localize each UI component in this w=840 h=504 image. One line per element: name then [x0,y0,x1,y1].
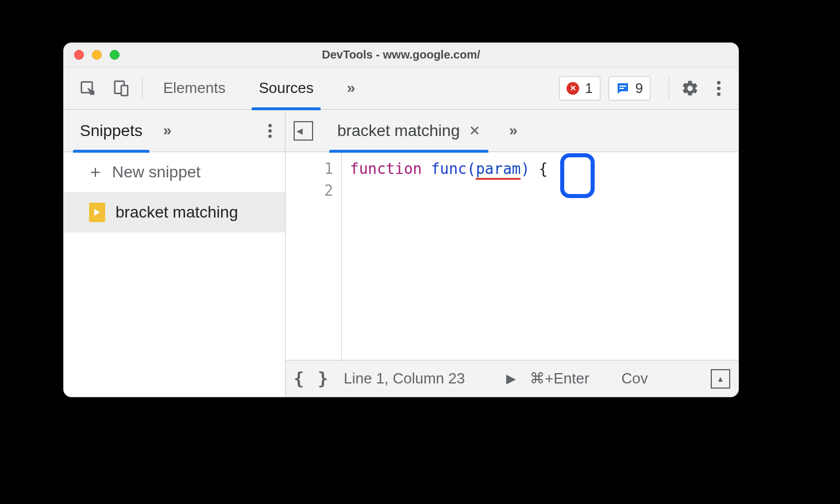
toggle-navigator-icon[interactable] [294,121,313,141]
svg-point-7 [717,92,720,95]
titlebar: DevTools - www.google.com/ [64,43,738,67]
code-editor[interactable]: 1 2 function func(param) { [286,152,738,360]
svg-rect-4 [619,88,624,89]
tab-elements[interactable]: Elements [156,67,232,110]
sidebar-more-icon[interactable] [260,121,280,141]
devtools-window: DevTools - www.google.com/ Elements Sour… [63,42,739,397]
svg-point-8 [268,123,272,127]
code-brace: { [539,160,548,177]
code-param: param [476,160,521,180]
line-number: 2 [286,180,341,201]
settings-icon[interactable] [680,78,700,99]
snippet-file-icon [89,203,105,222]
svg-point-10 [268,134,272,138]
svg-rect-2 [121,86,128,96]
pretty-print-icon[interactable]: { } [294,369,330,389]
toolbar-divider-2 [669,77,669,100]
line-number: 1 [286,158,341,180]
messages-badge[interactable]: 9 [608,76,650,100]
message-icon [616,82,630,95]
file-tabs-overflow[interactable]: » [509,122,517,139]
errors-badge[interactable]: 1 [559,76,600,100]
statusbar: { } Line 1, Column 23 ▶ ⌘+Enter Cov [286,360,738,397]
new-snippet-label: New snippet [112,163,201,181]
run-snippet-icon[interactable]: ▶ [506,371,516,386]
cursor-position: Line 1, Column 23 [344,370,465,387]
code-open-paren: ( [467,160,476,177]
file-tab-label: bracket matching [337,122,460,140]
svg-point-6 [717,86,720,90]
messages-count: 9 [635,80,643,96]
editor-pane: bracket matching ✕ » 1 2 function func(p… [286,110,738,397]
toolbar-divider [142,77,142,100]
line-gutter: 1 2 [286,152,342,360]
file-tab[interactable]: bracket matching ✕ [330,110,487,152]
close-tab-icon[interactable]: ✕ [469,123,480,139]
errors-count: 1 [585,80,592,96]
device-toolbar-icon[interactable] [111,78,132,99]
sidebar-tab-snippets[interactable]: Snippets [75,110,147,152]
svg-point-9 [268,129,272,133]
window-title: DevTools - www.google.com/ [64,48,738,61]
more-icon[interactable] [708,78,729,99]
show-drawer-icon[interactable] [711,369,730,389]
plus-icon: ＋ [87,160,104,184]
main-toolbar: Elements Sources » 1 9 [64,67,738,110]
error-icon [567,82,579,95]
tabs-overflow[interactable]: » [340,67,362,110]
zoom-window-button[interactable] [110,50,120,60]
code-close-paren: ) [521,160,530,177]
run-shortcut: ⌘+Enter [530,370,589,387]
inspect-element-icon[interactable] [78,78,98,99]
svg-point-5 [717,80,720,84]
code-content[interactable]: function func(param) { [342,152,556,360]
sidebar: Snippets » ＋ New snippet bracket matchin… [64,110,286,397]
new-snippet-button[interactable]: ＋ New snippet [64,152,285,192]
coverage-label[interactable]: Cov [622,370,648,387]
bracket-highlight [560,153,595,198]
file-tabs: bracket matching ✕ » [286,110,738,152]
code-keyword: function [350,160,422,177]
close-window-button[interactable] [74,50,84,60]
sidebar-tabs: Snippets » [64,110,285,152]
minimize-window-button[interactable] [92,50,102,60]
snippet-item-label: bracket matching [115,203,238,222]
traffic-lights [64,50,120,60]
sidebar-tabs-overflow[interactable]: » [163,122,171,139]
snippet-item[interactable]: bracket matching [64,192,285,232]
svg-rect-3 [619,86,626,87]
tab-sources[interactable]: Sources [252,67,320,110]
code-func-name: func [431,160,467,177]
